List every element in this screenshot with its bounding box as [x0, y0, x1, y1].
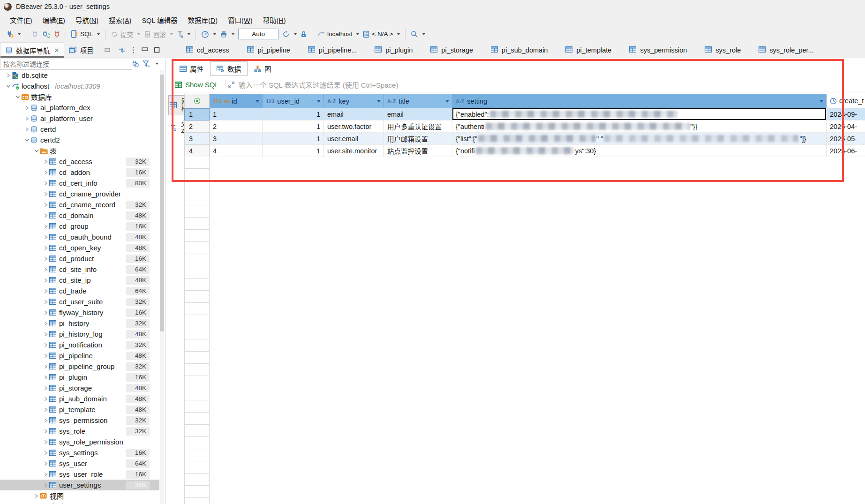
empty-row-header[interactable] [184, 437, 210, 449]
chevron-right-icon[interactable] [42, 235, 49, 240]
search-button[interactable] [409, 29, 427, 39]
chevron-right-icon[interactable] [42, 267, 49, 272]
expand-filter-icon[interactable] [228, 81, 235, 88]
chevron-down-icon[interactable] [23, 138, 30, 142]
empty-row-header[interactable] [184, 388, 210, 400]
chevron-right-icon[interactable] [42, 354, 49, 358]
chevron-right-icon[interactable] [42, 310, 49, 315]
empty-row-header[interactable] [184, 461, 210, 474]
transaction-mode-button[interactable] [175, 29, 192, 39]
empty-row-header[interactable] [184, 169, 210, 181]
empty-row-header[interactable] [184, 230, 210, 242]
tree-item-sys_role_permission[interactable]: sys_role_permission [0, 436, 159, 447]
chevron-down-icon[interactable] [33, 149, 40, 153]
cell-setting[interactable]: {"list":["" ""]} [452, 133, 827, 145]
editor-tab-cd_access[interactable]: cd_access [178, 42, 238, 58]
chevron-right-icon[interactable] [23, 105, 30, 110]
tree-item-cd_site_ip[interactable]: cd_site_ip48K [0, 275, 159, 286]
cell-key[interactable]: user.site.monitor [324, 145, 384, 157]
column-menu-icon[interactable] [317, 100, 321, 103]
tree-item-pi_notification[interactable]: pi_notification32K [0, 339, 159, 350]
empty-row-header[interactable] [184, 193, 210, 205]
tree-item-索引[interactable]: 索引 [0, 501, 159, 504]
empty-row-header[interactable] [184, 376, 210, 388]
column-header-user_id[interactable]: 123user_id [263, 94, 324, 108]
empty-row-header[interactable] [184, 254, 210, 266]
tree-item-ai_platform_user[interactable]: ai_platform_user [0, 113, 159, 124]
tree-item-user_settings[interactable]: user_settings32K [0, 480, 159, 490]
column-header-setting[interactable]: A·Zsetting [452, 94, 827, 108]
tree-item-pi_sub_domain[interactable]: pi_sub_domain48K [0, 393, 159, 404]
scrollbar-thumb[interactable] [160, 75, 164, 331]
show-sql-button[interactable]: Show SQL [173, 81, 224, 89]
sidebar-scrollbar[interactable] [160, 70, 164, 504]
column-header-create_t[interactable]: create_t [827, 94, 865, 108]
filter-funnel-icon[interactable] [143, 60, 150, 68]
row-number[interactable]: 2 [184, 120, 210, 133]
editor-tab-pi_template[interactable]: pi_template [557, 42, 620, 58]
tree-item-sys_settings[interactable]: sys_settings16K [0, 447, 159, 458]
tab-diagram[interactable]: 图 [248, 61, 278, 76]
column-header-id[interactable]: 123id [210, 94, 263, 108]
connect-button[interactable] [30, 29, 40, 39]
refresh-button[interactable] [280, 29, 299, 39]
maximize-icon[interactable] [154, 47, 160, 53]
cell-user_id[interactable]: 1 [263, 133, 324, 145]
chevron-down-icon[interactable] [14, 95, 21, 99]
tree-item-pi_history_log[interactable]: pi_history_log48K [0, 329, 159, 339]
chevron-right-icon[interactable] [42, 375, 49, 380]
disconnect-button[interactable] [52, 29, 62, 39]
menu-h[interactable]: 帮助(H) [258, 14, 291, 26]
chevron-right-icon[interactable] [42, 289, 49, 293]
cell-create_time[interactable]: 2025-05- [827, 133, 865, 145]
chevron-right-icon[interactable] [42, 418, 49, 423]
chevron-right-icon[interactable] [42, 397, 49, 401]
select-all-header[interactable] [184, 94, 210, 108]
cell-user_id[interactable]: 1 [263, 120, 324, 133]
menu-a[interactable]: 搜索(A) [104, 14, 136, 26]
tree-item-certd2[interactable]: certd2 [0, 135, 159, 145]
chevron-right-icon[interactable] [42, 246, 49, 250]
empty-row-header[interactable] [184, 303, 210, 315]
tree-item-数据库[interactable]: 数据库 [0, 91, 159, 102]
empty-row-header[interactable] [184, 266, 210, 278]
collapse-all-icon[interactable] [105, 47, 112, 53]
output-panel-button[interactable] [218, 29, 236, 39]
tab-data[interactable]: 数据 [210, 61, 248, 76]
tree-item-cd_cname_provider[interactable]: cd_cname_provider [0, 188, 159, 199]
commit-button[interactable]: 提交 [109, 28, 142, 40]
tree-item-cd_access[interactable]: cd_access32K [0, 156, 159, 167]
tree-item-cd_group[interactable]: cd_group16K [0, 221, 159, 232]
reconnect-button[interactable] [40, 29, 52, 39]
empty-row-header[interactable] [184, 315, 210, 327]
menu-n[interactable]: 导航(N) [70, 14, 104, 26]
empty-row-header[interactable] [184, 352, 210, 364]
editor-tab-pi_pipeline[interactable]: pi_pipeline [239, 42, 299, 58]
tree-item-localhost[interactable]: localhostlocalhost:3309 [0, 81, 159, 91]
row-number[interactable]: 3 [184, 133, 210, 145]
chevron-right-icon[interactable] [42, 364, 49, 369]
dashboard-button[interactable] [199, 29, 218, 39]
new-connection-button[interactable] [4, 29, 23, 39]
chevron-right-icon[interactable] [42, 407, 49, 412]
cell-setting[interactable]: {"authenti"}} [452, 120, 827, 133]
chevron-right-icon[interactable] [42, 159, 49, 164]
empty-row-header[interactable] [184, 218, 210, 230]
chevron-right-icon[interactable] [42, 278, 49, 283]
editor-tab-sys_permission[interactable]: sys_permission [621, 42, 695, 58]
commit-mode-input[interactable]: Auto [238, 29, 278, 39]
tree-item-pi_pipeline[interactable]: pi_pipeline48K [0, 350, 159, 361]
row-number[interactable]: 1 [184, 108, 210, 120]
empty-row-header[interactable] [184, 413, 210, 425]
empty-row-header[interactable] [184, 400, 210, 413]
minimize-icon[interactable] [142, 47, 148, 53]
tree-item-pi_pipeline_group[interactable]: pi_pipeline_group32K [0, 361, 159, 372]
tree-item-cd_user_suite[interactable]: cd_user_suite32K [0, 296, 159, 307]
chevron-right-icon[interactable] [42, 461, 49, 466]
chevron-right-icon[interactable] [42, 429, 49, 434]
empty-row-header[interactable] [184, 425, 210, 437]
connect-state-icon[interactable] [131, 60, 139, 68]
filter-expression-input[interactable]: 输入一个 SQL 表达式来过滤结果 (使用 Ctrl+Space) [239, 80, 399, 90]
empty-row-header[interactable] [184, 205, 210, 218]
chevron-right-icon[interactable] [42, 224, 49, 229]
